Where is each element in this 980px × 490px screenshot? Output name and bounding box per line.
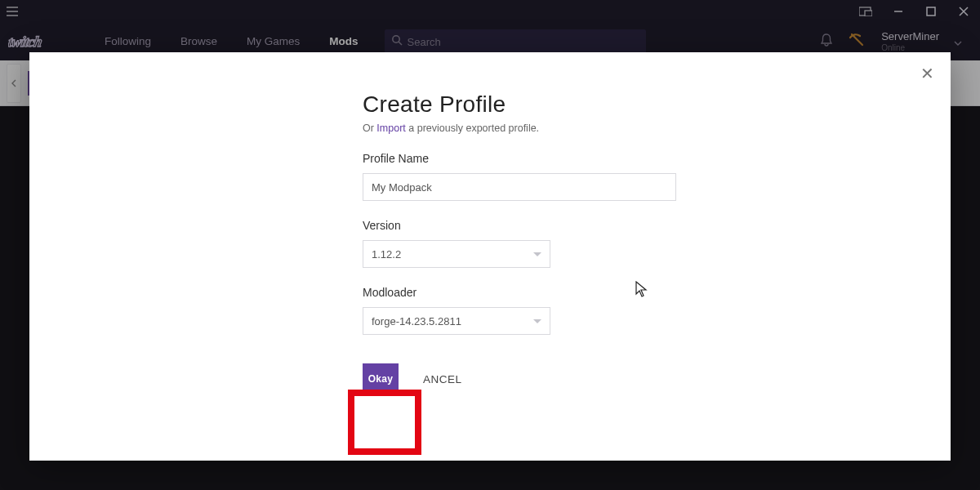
cursor-icon [635, 281, 648, 301]
modloader-select[interactable]: forge-14.23.5.2811 [363, 307, 550, 335]
version-select[interactable]: 1.12.2 [363, 240, 550, 268]
close-icon[interactable]: ✕ [920, 64, 934, 83]
modloader-label: Modloader [363, 286, 755, 299]
cancel-button[interactable]: ANCEL [423, 373, 462, 385]
profile-name-input[interactable] [363, 173, 676, 201]
create-profile-modal: ✕ Create Profile Or Import a previously … [29, 52, 951, 461]
version-label: Version [363, 219, 755, 232]
chevron-down-icon [533, 319, 541, 323]
highlight-box [348, 390, 421, 455]
modloader-value: forge-14.23.5.2811 [372, 315, 461, 327]
import-link[interactable]: Import [376, 122, 405, 134]
version-value: 1.12.2 [372, 248, 401, 261]
profile-name-label: Profile Name [363, 152, 755, 165]
modal-title: Create Profile [363, 91, 755, 118]
chevron-down-icon [533, 252, 541, 256]
import-subline: Or Import a previously exported profile. [363, 122, 755, 134]
